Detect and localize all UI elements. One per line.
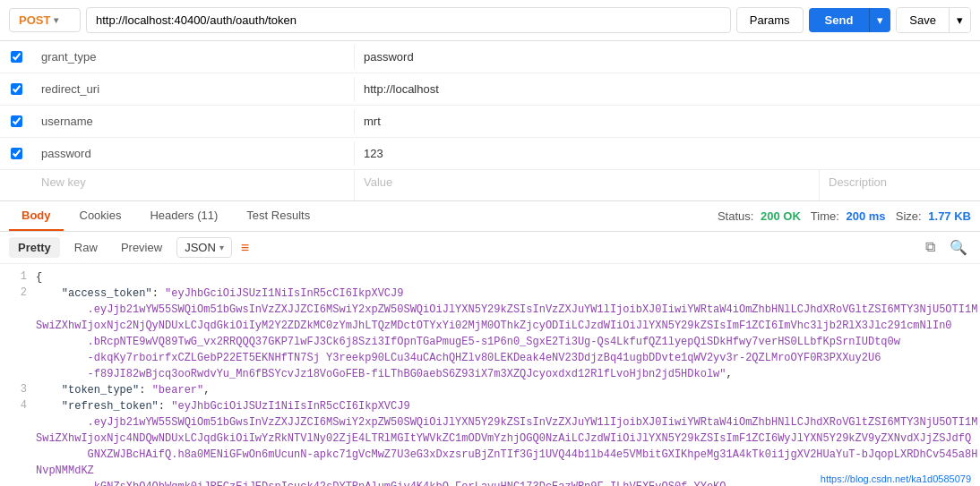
new-key-placeholder: New key — [32, 170, 355, 200]
value-cell: http://localhost — [355, 77, 980, 101]
form-rows: grant_type password redirect_uri http://… — [0, 41, 980, 201]
row-checkbox[interactable] — [11, 115, 22, 127]
size-value: 1.77 KB — [928, 209, 971, 223]
send-chevron-icon: ▾ — [877, 13, 883, 27]
method-select[interactable]: POST ▾ — [9, 8, 81, 32]
value-cell: mrt — [355, 109, 980, 133]
statusbar-link: https://blog.csdn.net/ka1d0585079 — [821, 473, 971, 484]
line-number: 3 — [0, 382, 36, 396]
tab-body[interactable]: Body — [9, 201, 64, 231]
key-cell: grant_type — [32, 45, 355, 69]
save-button[interactable]: Save — [897, 8, 949, 32]
line-number: 2 — [0, 286, 36, 299]
format-select[interactable]: JSON ▾ — [176, 237, 232, 258]
sub-toolbar: Pretty Raw Preview JSON ▾ ≡ ⧉ 🔍 — [0, 232, 980, 264]
line-content: { — [36, 269, 980, 286]
key-cell: username — [32, 109, 355, 133]
subtab-raw[interactable]: Raw — [65, 237, 107, 258]
tab-cookies[interactable]: Cookies — [67, 201, 134, 231]
size-label: Size: — [890, 209, 925, 223]
save-chevron-icon: ▾ — [957, 13, 963, 27]
method-text: POST — [19, 13, 50, 27]
checkbox-cell[interactable] — [0, 115, 32, 127]
top-bar: POST ▾ Params Send ▾ Save ▾ — [0, 0, 980, 41]
form-row-password: password 123 — [0, 138, 980, 170]
line-number: 4 — [0, 398, 36, 412]
line-content: "token_type": "bearer", — [36, 382, 980, 398]
row-checkbox[interactable] — [11, 148, 22, 159]
status-bar: https://blog.csdn.net/ka1d0585079 — [812, 472, 980, 486]
sub-toolbar-right: ⧉ 🔍 — [922, 237, 971, 258]
method-chevron-icon: ▾ — [54, 15, 58, 25]
time-label: Time: — [804, 209, 843, 223]
params-button[interactable]: Params — [736, 7, 804, 33]
value-cell: 123 — [355, 141, 980, 166]
form-row-redirect-uri: redirect_uri http://localhost — [0, 73, 980, 106]
status-value: 200 OK — [761, 209, 801, 223]
form-row-username: username mrt — [0, 106, 980, 138]
time-value: 200 ms — [846, 209, 885, 223]
send-dropdown-button[interactable]: ▾ — [869, 8, 890, 32]
status-label: Status: — [718, 209, 757, 223]
key-cell: password — [32, 141, 355, 166]
new-desc-placeholder: Description — [819, 170, 980, 200]
line-content: "access_token": "eyJhbGciOiJSUzI1NiIsInR… — [36, 286, 980, 382]
row-checkbox[interactable] — [11, 51, 22, 63]
checkbox-cell[interactable] — [0, 83, 32, 95]
new-value-placeholder: Value — [355, 170, 819, 200]
checkbox-cell[interactable] — [0, 51, 32, 63]
save-dropdown-button[interactable]: ▾ — [949, 8, 970, 32]
code-line-1: 1 { — [0, 269, 980, 286]
code-line-2: 2 "access_token": "eyJhbGciOiJSUzI1NiIsI… — [0, 286, 980, 382]
key-cell: redirect_uri — [32, 77, 355, 101]
subtab-pretty[interactable]: Pretty — [9, 237, 60, 258]
save-group: Save ▾ — [896, 7, 971, 33]
wrap-icon[interactable]: ≡ — [241, 240, 249, 256]
code-area[interactable]: 1 { 2 "access_token": "eyJhbGciOiJSUzI1N… — [0, 264, 980, 486]
subtab-preview[interactable]: Preview — [112, 237, 171, 258]
search-icon[interactable]: 🔍 — [946, 237, 971, 258]
url-input[interactable] — [86, 7, 731, 33]
send-button[interactable]: Send — [809, 8, 870, 32]
checkbox-cell[interactable] — [0, 148, 32, 159]
send-group: Send ▾ — [809, 8, 891, 32]
tab-headers[interactable]: Headers (11) — [137, 201, 230, 231]
response-tabs-bar: Body Cookies Headers (11) Test Results S… — [0, 201, 980, 232]
line-number: 1 — [0, 269, 36, 283]
new-key-row: New key Value Description — [0, 170, 980, 200]
copy-icon[interactable]: ⧉ — [922, 237, 939, 258]
tab-test-results[interactable]: Test Results — [234, 201, 322, 231]
format-chevron-icon: ▾ — [219, 243, 224, 252]
row-checkbox[interactable] — [11, 83, 22, 95]
form-row-grant-type: grant_type password — [0, 41, 980, 73]
value-cell: password — [355, 45, 980, 69]
format-label: JSON — [185, 241, 216, 254]
code-line-3: 3 "token_type": "bearer", — [0, 382, 980, 398]
tabs-right: Status: 200 OK Time: 200 ms Size: 1.77 K… — [718, 209, 971, 223]
